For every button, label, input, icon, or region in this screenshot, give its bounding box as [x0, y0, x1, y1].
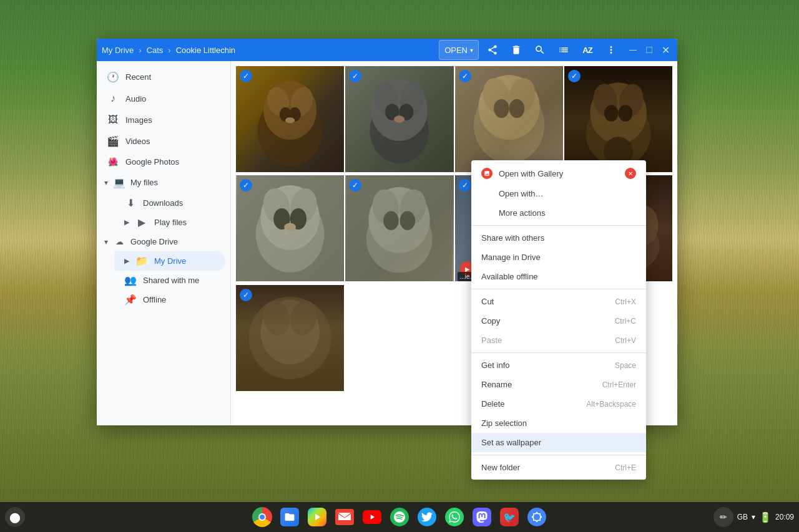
- sidebar-item-downloads[interactable]: ⬇ Downloads: [114, 193, 225, 213]
- ctx-cut[interactable]: Cut Ctrl+X: [471, 292, 646, 311]
- delete-button[interactable]: [506, 40, 526, 60]
- title-bar: My Drive › Cats › Cookie Littlechin OPEN…: [97, 39, 677, 61]
- ctx-rename[interactable]: Rename Ctrl+Enter: [471, 375, 646, 394]
- play-files-icon: ▶: [135, 216, 148, 228]
- pen-button[interactable]: ✏: [713, 507, 733, 527]
- sidebar-item-audio[interactable]: ♪ Audio: [97, 88, 225, 109]
- toolbar-actions: OPEN ▾ AZ: [439, 40, 621, 60]
- play-store-icon: [308, 508, 326, 526]
- audio-label: Audio: [125, 94, 146, 104]
- ctx-paste[interactable]: Paste Ctrl+V: [471, 331, 646, 350]
- ctx-open-gallery[interactable]: Open with Gallery ✕: [471, 163, 646, 184]
- photo-item-6[interactable]: ✓: [345, 175, 453, 283]
- my-files-section[interactable]: ▾ 💻 My files: [97, 172, 230, 193]
- my-files-children: ⬇ Downloads ▶ ▶ Play files: [97, 193, 230, 232]
- ctx-open-with[interactable]: Open with…: [471, 184, 646, 203]
- ctx-more-actions-left: More actions: [481, 208, 545, 218]
- sidebar-item-images[interactable]: 🖼 Images: [97, 109, 225, 130]
- my-drive-label: My Drive: [154, 256, 186, 266]
- search-button[interactable]: [530, 40, 550, 60]
- photo-item-1[interactable]: ✓: [236, 66, 344, 174]
- photo-check-9: ✓: [240, 289, 252, 301]
- breadcrumb-my-drive[interactable]: My Drive: [102, 46, 134, 55]
- sidebar-item-recent[interactable]: 🕐 Recent: [97, 66, 225, 88]
- ctx-new-folder-label: New folder: [481, 463, 520, 472]
- ctx-share[interactable]: Share with others: [471, 228, 646, 248]
- chrome-icon: [252, 507, 272, 527]
- svg-point-42: [400, 211, 416, 230]
- audio-icon: ♪: [107, 93, 119, 104]
- ctx-new-folder-shortcut: Ctrl+E: [615, 463, 636, 472]
- svg-point-35: [284, 223, 296, 231]
- ctx-available-offline[interactable]: Available offline: [471, 267, 646, 286]
- my-drive-chevron: ▶: [124, 257, 129, 265]
- ctx-get-info[interactable]: Get info Space: [471, 355, 646, 375]
- twitter-icon: [418, 508, 436, 526]
- photo-item-4[interactable]: ✓: [564, 66, 672, 174]
- shared-label: Shared with me: [143, 276, 199, 285]
- taskbar-youtube[interactable]: [360, 505, 385, 530]
- ctx-new-folder[interactable]: New folder Ctrl+E: [471, 458, 646, 477]
- photo-item-2[interactable]: ✓: [345, 66, 453, 174]
- taskbar-app1[interactable]: 🐦: [497, 505, 522, 530]
- open-label: OPEN: [444, 46, 468, 55]
- gallery-icon: [481, 168, 493, 179]
- breadcrumb-cats[interactable]: Cats: [147, 46, 164, 55]
- minimize-button[interactable]: —: [626, 43, 640, 57]
- ctx-zip[interactable]: Zip selection: [471, 414, 646, 433]
- taskbar-mastodon[interactable]: [469, 505, 494, 530]
- sidebar-item-google-photos[interactable]: 🌺 Google Photos: [97, 152, 225, 172]
- network-label: GB: [737, 513, 748, 521]
- taskbar-left: ⬤: [5, 507, 25, 527]
- camera-button[interactable]: ⬤: [5, 507, 25, 527]
- ctx-copy[interactable]: Copy Ctrl+C: [471, 311, 646, 331]
- ctx-share-label: Share with others: [481, 233, 544, 243]
- sort-button[interactable]: AZ: [577, 40, 597, 60]
- photo-check-7: ✓: [459, 179, 471, 191]
- ctx-open-with-left: Open with…: [481, 189, 544, 198]
- ctx-wallpaper-label: Set as wallpaper: [481, 438, 541, 447]
- battery-icon: 🔋: [759, 511, 772, 523]
- sidebar-item-my-drive[interactable]: ▶ 📁 My Drive: [114, 251, 225, 271]
- sidebar-item-videos[interactable]: 🎬 Videos: [97, 130, 225, 152]
- ctx-wallpaper[interactable]: Set as wallpaper: [471, 433, 646, 452]
- window-controls: — □ ✕: [626, 43, 672, 57]
- ctx-delete[interactable]: Delete Alt+Backspace: [471, 394, 646, 414]
- breadcrumb: My Drive › Cats › Cookie Littlechin: [102, 46, 235, 55]
- my-files-label: My files: [130, 178, 158, 187]
- list-view-button[interactable]: [554, 40, 574, 60]
- google-photos-icon: 🌺: [107, 157, 119, 167]
- share-button[interactable]: [483, 40, 502, 60]
- photo-item-3[interactable]: ✓: [455, 66, 563, 174]
- sidebar-item-offline[interactable]: 📌 Offline: [114, 290, 225, 309]
- taskbar-chrome[interactable]: [250, 505, 275, 530]
- taskbar-files[interactable]: [277, 505, 302, 530]
- google-drive-section[interactable]: ▾ ☁ Google Drive: [97, 232, 230, 251]
- taskbar-whatsapp[interactable]: [442, 505, 467, 530]
- taskbar-gmail[interactable]: [332, 505, 357, 530]
- photo-item-9[interactable]: ✓: [236, 285, 344, 393]
- videos-icon: 🎬: [107, 135, 119, 147]
- spotify-icon: [390, 508, 409, 526]
- offline-label: Offline: [143, 295, 166, 304]
- ctx-divider-4: [471, 455, 646, 455]
- svg-point-26: [618, 105, 632, 121]
- sidebar-item-play-files[interactable]: ▶ ▶ Play files: [114, 213, 225, 232]
- ctx-manage-drive[interactable]: Manage in Drive: [471, 248, 646, 267]
- ctx-get-info-label: Get info: [481, 360, 510, 370]
- more-button[interactable]: [601, 40, 621, 60]
- taskbar-play[interactable]: [305, 505, 330, 530]
- ctx-more-actions[interactable]: More actions: [471, 203, 646, 223]
- photo-item-5[interactable]: ✓: [236, 175, 344, 283]
- gmail-icon: [335, 509, 354, 525]
- maximize-button[interactable]: □: [642, 43, 656, 57]
- sidebar-item-shared-with-me[interactable]: 👥 Shared with me: [114, 271, 225, 290]
- whatsapp-icon: [445, 508, 464, 526]
- close-button[interactable]: ✕: [659, 43, 672, 57]
- taskbar-spotify[interactable]: [387, 505, 412, 530]
- taskbar-app2[interactable]: [524, 505, 549, 530]
- ctx-delete-label: Delete: [481, 399, 505, 409]
- taskbar-twitter[interactable]: [414, 505, 439, 530]
- google-drive-children: ▶ 📁 My Drive 👥 Shared with me 📌 Offline: [97, 251, 230, 309]
- open-button[interactable]: OPEN ▾: [439, 40, 479, 60]
